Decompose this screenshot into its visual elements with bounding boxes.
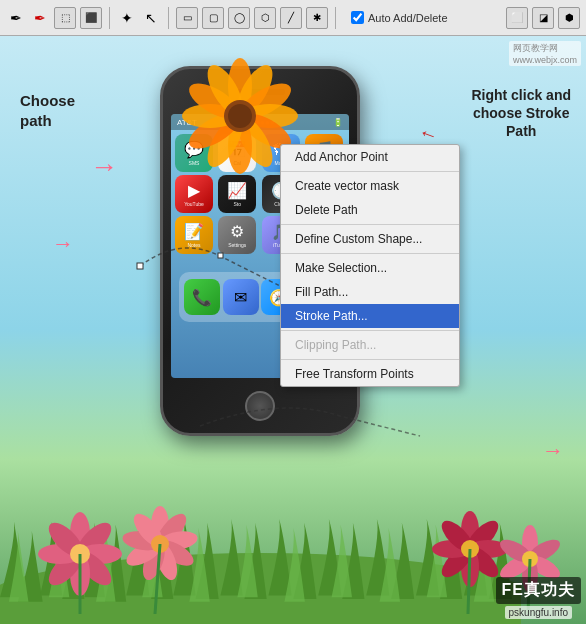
iphone-home-button[interactable] <box>245 391 275 421</box>
auto-add-delete-area: Auto Add/Delete <box>351 11 448 24</box>
watermark-bottom-right: FE真功夫 pskungfu.info <box>496 577 581 619</box>
app-notes-icon: 📝 <box>184 222 204 241</box>
watermark-logo: FE真功夫 <box>496 577 581 604</box>
shape-custom[interactable]: ✱ <box>306 7 328 29</box>
menu-item-delete-path[interactable]: Delete Path <box>281 198 459 222</box>
pen-tool-icon[interactable]: ✒ <box>6 8 26 28</box>
svg-point-13 <box>228 104 252 128</box>
dock-phone: 📞 <box>184 279 220 315</box>
menu-divider-4 <box>281 330 459 331</box>
context-menu: Add Anchor Point Create vector mask Dele… <box>280 144 460 387</box>
choose-path-arrow: → <box>90 151 118 183</box>
add-anchor-icon[interactable]: ✒ <box>30 8 50 28</box>
menu-item-create-vector[interactable]: Create vector mask <box>281 174 459 198</box>
sep2 <box>168 7 169 29</box>
app-youtube-icon: ▶ <box>188 181 200 200</box>
sep3 <box>335 7 336 29</box>
menu-divider-2 <box>281 224 459 225</box>
app-stocks-label: Sto <box>233 201 241 207</box>
choose-path-label: Choosepath <box>20 91 75 130</box>
app-youtube: ▶ YouTube <box>175 175 213 213</box>
canvas-area: AT&T ●●●● 🔋 💬 SMS 📅 Cal 🗺 Maps 🎵 <box>0 36 586 624</box>
menu-item-fill-path[interactable]: Fill Path... <box>281 280 459 304</box>
app-settings: ⚙ Settings <box>218 216 256 254</box>
menu-item-define-shape[interactable]: Define Custom Shape... <box>281 227 459 251</box>
menu-item-free-transform[interactable]: Free Transform Points <box>281 362 459 386</box>
app-stocks: 📈 Sto <box>218 175 256 213</box>
menu-item-make-selection[interactable]: Make Selection... <box>281 256 459 280</box>
menu-item-stroke-path[interactable]: Stroke Path... <box>281 304 459 328</box>
tool-btn-2[interactable]: ⬛ <box>80 7 102 29</box>
svg-line-55 <box>468 549 470 614</box>
shape-rect[interactable]: ▭ <box>176 7 198 29</box>
toolbar-right-icons: ⬜ ◪ ⬢ <box>506 7 580 29</box>
auto-add-delete-checkbox[interactable] <box>351 11 364 24</box>
watermark-top-right: 网页教学网www.webjx.com <box>509 41 581 66</box>
direct-select-icon[interactable]: ↖ <box>141 8 161 28</box>
shape-ellipse[interactable]: ◯ <box>228 7 250 29</box>
sep1 <box>109 7 110 29</box>
app-stocks-icon: 📈 <box>227 181 247 200</box>
app-youtube-label: YouTube <box>184 201 204 207</box>
menu-divider-3 <box>281 253 459 254</box>
menu-item-clipping-path: Clipping Path... <box>281 333 459 357</box>
right-click-label: Right click andchoose StrokePath <box>471 86 571 141</box>
path-btn[interactable]: ◪ <box>532 7 554 29</box>
shape-poly[interactable]: ⬡ <box>254 7 276 29</box>
convert-point-icon[interactable]: ✦ <box>117 8 137 28</box>
watermark-url: pskungfu.info <box>505 606 573 619</box>
app-notes: 📝 Notes <box>175 216 213 254</box>
photoshop-toolbar: ✒ ✒ ⬚ ⬛ ✦ ↖ ▭ ▢ ◯ ⬡ ╱ ✱ Auto Add/Delete … <box>0 0 586 36</box>
app-settings-label: Settings <box>228 242 246 248</box>
shape-line[interactable]: ╱ <box>280 7 302 29</box>
dock-mail: ✉ <box>223 279 259 315</box>
app-settings-icon: ⚙ <box>230 222 244 241</box>
menu-divider-1 <box>281 171 459 172</box>
battery: 🔋 <box>333 118 343 127</box>
shape-round[interactable]: ▢ <box>202 7 224 29</box>
menu-divider-5 <box>281 359 459 360</box>
mid-left-arrow: → <box>52 231 74 257</box>
bottom-right-arrow: → <box>542 438 564 464</box>
auto-add-delete-label: Auto Add/Delete <box>368 12 448 24</box>
shape-btn[interactable]: ⬢ <box>558 7 580 29</box>
tool-btn-1[interactable]: ⬚ <box>54 7 76 29</box>
mask-btn[interactable]: ⬜ <box>506 7 528 29</box>
app-notes-label: Notes <box>187 242 200 248</box>
